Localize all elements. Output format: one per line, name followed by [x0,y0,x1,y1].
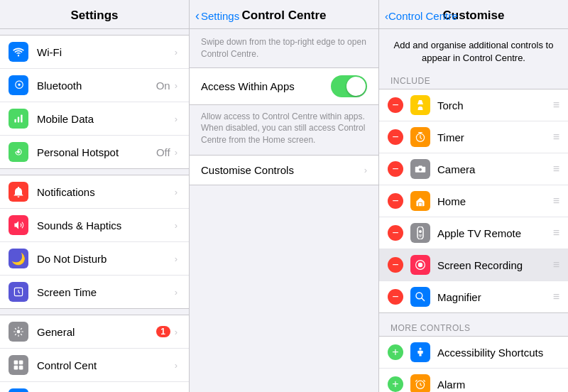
hotspot-chevron: › [175,147,178,158]
settings-item-controlcentre[interactable]: Control Cent › [0,349,189,382]
settings-item-general[interactable]: General 1 › [0,315,189,349]
bluetooth-label: Bluetooth [37,80,156,92]
toggle-label: Access Within Apps [201,80,331,92]
control-item-alarm: + Alarm [379,369,568,392]
alarm-label: Alarm [437,379,559,391]
hotspot-value: Off [156,146,170,158]
svg-point-22 [419,348,421,350]
appletvremote-icon [410,223,430,243]
control-item-timer: − Timer ≡ [379,121,568,153]
camera-icon [410,159,430,179]
screenrecording-icon [410,255,430,275]
remove-magnifier-button[interactable]: − [388,289,403,305]
timer-drag-handle[interactable]: ≡ [553,131,559,143]
settings-item-mobiledata[interactable]: Mobile Data › [0,102,189,136]
settings-group-general: General 1 › Control Cent › AA Display & … [0,315,189,392]
toggle-description: Allow access to Control Centre within ap… [190,105,378,155]
control-item-magnifier: − Magnifier ≡ [379,281,568,312]
more-controls-list: + Accessibility Shortcuts + Alarm + [379,336,568,392]
remove-camera-button[interactable]: − [388,161,403,177]
remove-screenrecording-button[interactable]: − [388,257,403,273]
settings-item-notifications[interactable]: Notifications › [0,175,189,209]
alarm-icon [410,374,430,392]
access-within-apps-row: Access Within Apps [190,67,378,105]
svg-rect-1 [18,117,19,123]
screenrecording-label: Screen Recording [437,259,553,271]
remove-timer-button[interactable]: − [388,129,403,145]
settings-item-screentime[interactable]: Screen Time › [0,276,189,308]
svg-rect-6 [14,361,18,365]
accessibility-icon [410,342,430,362]
magnifier-icon [410,287,430,307]
screentime-icon [9,282,28,302]
controlcentre-back-button[interactable]: ‹ Settings [195,9,239,23]
svg-rect-0 [14,119,16,123]
home-drag-handle[interactable]: ≡ [553,195,559,207]
remove-appletvremote-button[interactable]: − [388,225,403,241]
svg-point-20 [418,263,422,267]
sounds-icon [9,215,28,235]
customise-controls-row[interactable]: Customise Controls › [190,155,378,185]
hotspot-icon [9,142,28,162]
hotspot-label: Personal Hotspot [37,146,156,158]
torch-drag-handle[interactable]: ≡ [553,99,559,111]
donotdisturb-label: Do Not Disturb [37,253,175,265]
notifications-icon [9,182,28,202]
customise-back-label: Control Centre [388,10,458,22]
settings-group-notifications: Notifications › Sounds & Haptics › 🌙 Do … [0,175,189,309]
customise-panel: ‹ Control Centre Customise Add and organ… [379,0,568,392]
general-label: General [37,326,156,338]
remove-torch-button[interactable]: − [388,97,403,113]
add-accessibility-button[interactable]: + [388,344,403,360]
customise-header: ‹ Control Centre Customise [379,0,568,29]
screentime-chevron: › [175,287,178,298]
mobiledata-chevron: › [175,114,178,124]
control-item-accessibility: + Accessibility Shortcuts [379,337,568,369]
mobiledata-icon [9,109,28,129]
svg-rect-14 [419,107,422,107]
settings-item-wifi[interactable]: Wi-Fi › [0,36,189,69]
appletvremote-drag-handle[interactable]: ≡ [553,227,559,239]
customise-label: Customise Controls [201,164,364,176]
svg-rect-8 [14,366,18,370]
bluetooth-chevron: › [175,80,178,91]
svg-rect-2 [21,114,22,122]
controlcentre-icon [9,355,28,375]
bluetooth-value: On [156,80,170,92]
add-organise-description: Add and organise additional controls to … [379,29,568,72]
accessibility-label: Accessibility Shortcuts [437,347,559,359]
control-item-camera: − Camera ≡ [379,153,568,185]
access-within-apps-toggle[interactable] [331,75,367,97]
svg-point-5 [17,330,21,334]
add-alarm-button[interactable]: + [388,376,403,392]
screenrecording-drag-handle[interactable]: ≡ [553,258,559,271]
svg-rect-9 [19,366,23,370]
camera-drag-handle[interactable]: ≡ [553,163,559,175]
settings-item-sounds[interactable]: Sounds & Haptics › [0,209,189,242]
control-item-screenrecording: − Screen Recording ≡ [379,249,568,281]
magnifier-drag-handle[interactable]: ≡ [553,290,559,303]
controlcentre-title: Control Centre [242,9,327,23]
control-item-appletvremote: − Apple TV Remote ≡ [379,217,568,249]
controlcentre-header: ‹ Settings Control Centre [190,0,378,29]
controlcentre-label: Control Cent [37,359,175,371]
wifi-icon [9,42,28,62]
settings-item-display[interactable]: AA Display & Brightness › [0,382,189,392]
camera-label: Camera [437,163,553,175]
donotdisturb-chevron: › [175,254,178,264]
timer-label: Timer [437,131,553,143]
control-item-home: − Home ≡ [379,185,568,217]
settings-item-bluetooth[interactable]: ☉ Bluetooth On › [0,69,189,102]
remove-home-button[interactable]: − [388,193,403,209]
customise-chevron: › [364,165,367,175]
svg-point-18 [419,230,422,233]
settings-item-hotspot[interactable]: Personal Hotspot Off › [0,136,189,168]
customise-back-button[interactable]: ‹ Control Centre [385,10,458,22]
wifi-label: Wi-Fi [37,46,175,58]
wifi-chevron: › [175,47,178,58]
sounds-label: Sounds & Haptics [37,219,175,232]
controlcentre-chevron: › [175,360,178,371]
settings-item-donotdisturb[interactable]: 🌙 Do Not Disturb › [0,242,189,276]
donotdisturb-icon: 🌙 [9,249,28,268]
more-controls-section: MORE CONTROLS + Accessibility Shortcuts … [379,319,568,392]
